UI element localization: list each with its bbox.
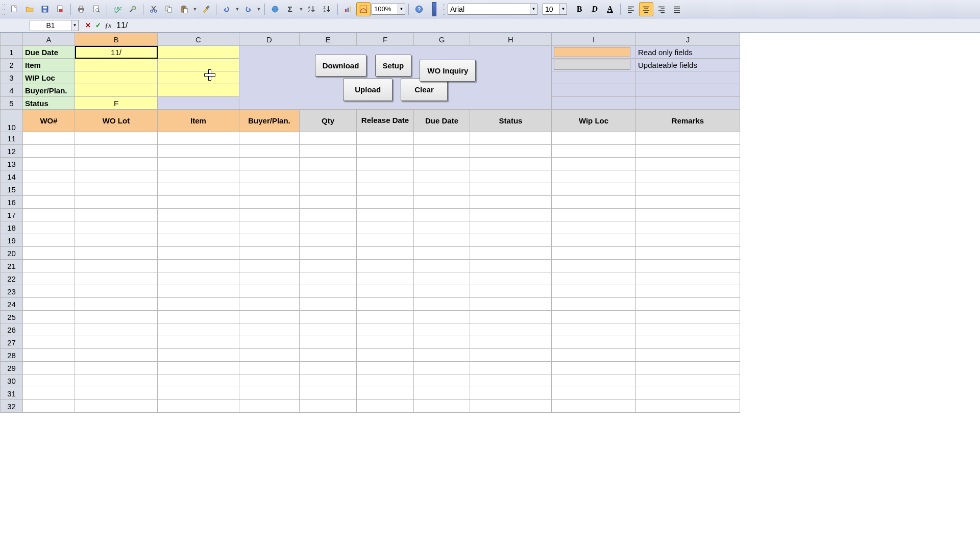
name-box-dropdown-icon[interactable]: ▼: [71, 20, 78, 31]
empty-cell[interactable]: [239, 234, 300, 247]
download-button[interactable]: Download: [315, 55, 367, 77]
empty-cell[interactable]: [470, 400, 552, 413]
empty-cell[interactable]: [158, 349, 239, 362]
align-left-icon[interactable]: [624, 2, 638, 16]
sum-icon[interactable]: Σ: [283, 2, 298, 16]
empty-cell[interactable]: [75, 311, 158, 323]
empty-cell[interactable]: [300, 209, 357, 221]
chart-icon[interactable]: [341, 2, 355, 16]
input-buyer-plan-c[interactable]: [158, 84, 239, 97]
label-buyer-plan[interactable]: Buyer/Plan.: [23, 84, 75, 97]
empty-cell[interactable]: [470, 323, 552, 336]
empty-cell[interactable]: [158, 400, 239, 413]
col-header-H[interactable]: H: [470, 33, 552, 46]
empty-cell[interactable]: [470, 170, 552, 183]
row-header[interactable]: 26: [1, 323, 23, 336]
empty-cell[interactable]: [158, 145, 239, 158]
empty-cell[interactable]: [414, 323, 470, 336]
empty-cell[interactable]: [158, 247, 239, 260]
empty-cell[interactable]: [23, 158, 75, 170]
empty-cell[interactable]: [414, 298, 470, 311]
empty-cell[interactable]: [552, 132, 636, 145]
empty-cell[interactable]: [158, 234, 239, 247]
empty-cell[interactable]: [414, 400, 470, 413]
empty-cell[interactable]: [75, 196, 158, 209]
empty-cell[interactable]: [75, 349, 158, 362]
row-header[interactable]: 20: [1, 247, 23, 260]
empty-cell[interactable]: [158, 323, 239, 336]
empty-cell[interactable]: [552, 400, 636, 413]
row-header[interactable]: 3: [1, 71, 23, 84]
empty-cell[interactable]: [636, 247, 740, 260]
empty-cell[interactable]: [23, 323, 75, 336]
font-size-input[interactable]: [543, 5, 559, 13]
empty-cell[interactable]: [239, 349, 300, 362]
row-header[interactable]: 28: [1, 349, 23, 362]
cancel-icon[interactable]: ✕: [83, 20, 93, 31]
redo-dropdown[interactable]: ▼: [256, 7, 261, 12]
name-box-input[interactable]: [30, 21, 71, 30]
empty-cell[interactable]: [75, 400, 158, 413]
label-due-date[interactable]: Due Date: [23, 46, 75, 59]
font-name-combo[interactable]: ▼: [448, 4, 537, 15]
empty-cell[interactable]: [552, 387, 636, 400]
th-qty[interactable]: Qty: [300, 110, 357, 132]
empty-cell[interactable]: [357, 260, 414, 272]
empty-cell[interactable]: [158, 209, 239, 221]
empty-cell[interactable]: [636, 311, 740, 323]
zoom-combo[interactable]: ▼: [372, 4, 405, 15]
empty-cell[interactable]: [357, 170, 414, 183]
row-header[interactable]: 14: [1, 170, 23, 183]
col-header-I[interactable]: I: [552, 33, 636, 46]
spellcheck-icon[interactable]: ABC: [110, 2, 125, 16]
row-header[interactable]: 23: [1, 285, 23, 298]
row-header[interactable]: 16: [1, 196, 23, 209]
empty-cell[interactable]: [300, 260, 357, 272]
empty-cell[interactable]: [23, 400, 75, 413]
empty-cell[interactable]: [414, 336, 470, 349]
empty-cell[interactable]: [552, 285, 636, 298]
empty-cell[interactable]: [636, 298, 740, 311]
empty-cell[interactable]: [552, 196, 636, 209]
undo-icon[interactable]: [219, 2, 234, 16]
empty-cell[interactable]: [23, 132, 75, 145]
empty-cell[interactable]: [23, 221, 75, 234]
col-header-B[interactable]: B: [75, 33, 158, 46]
empty-cell[interactable]: [357, 285, 414, 298]
empty-cell[interactable]: [23, 349, 75, 362]
empty-cell[interactable]: [470, 234, 552, 247]
empty-cell[interactable]: [552, 336, 636, 349]
empty-cell[interactable]: [75, 221, 158, 234]
row-header[interactable]: 27: [1, 336, 23, 349]
row-header[interactable]: 4: [1, 84, 23, 97]
empty-cell[interactable]: [470, 209, 552, 221]
empty-cell[interactable]: [636, 196, 740, 209]
show-draw-icon[interactable]: [356, 2, 371, 16]
row-header[interactable]: 10: [1, 110, 23, 132]
empty-cell[interactable]: [158, 285, 239, 298]
row-header[interactable]: 13: [1, 158, 23, 170]
empty-cell[interactable]: [636, 400, 740, 413]
font-name-input[interactable]: [448, 5, 530, 13]
input-item-b[interactable]: [75, 59, 158, 71]
empty-cell[interactable]: [239, 209, 300, 221]
font-name-dropdown-icon[interactable]: ▼: [530, 4, 537, 14]
empty-cell[interactable]: [239, 387, 300, 400]
bold-icon[interactable]: B: [572, 2, 586, 16]
help-icon[interactable]: ?: [412, 2, 426, 16]
empty-cell[interactable]: [300, 323, 357, 336]
empty-cell[interactable]: [23, 247, 75, 260]
row-header[interactable]: 5: [1, 97, 23, 110]
empty-cell[interactable]: [23, 209, 75, 221]
empty-cell[interactable]: [75, 374, 158, 387]
empty-cell[interactable]: [75, 298, 158, 311]
empty-cell[interactable]: [414, 311, 470, 323]
empty-cell[interactable]: [552, 298, 636, 311]
align-center-icon[interactable]: [639, 2, 653, 16]
row-header[interactable]: 1: [1, 46, 23, 59]
row-header[interactable]: 25: [1, 311, 23, 323]
row-header[interactable]: 21: [1, 260, 23, 272]
empty-cell[interactable]: [357, 247, 414, 260]
empty-cell[interactable]: [552, 170, 636, 183]
input-due-date-c[interactable]: [158, 46, 239, 59]
